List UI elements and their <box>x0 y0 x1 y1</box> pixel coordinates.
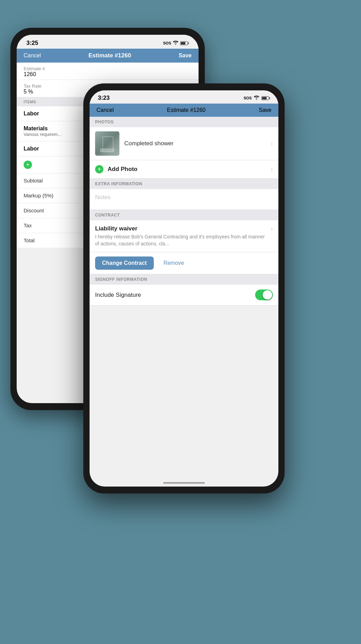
back-cancel-button[interactable]: Cancel <box>24 52 41 59</box>
back-nav-bar: Cancel Estimate #1260 Save <box>17 49 199 63</box>
front-wifi-icon <box>254 96 259 101</box>
back-tax-label: Tax <box>24 222 32 228</box>
include-signature-label: Include Signature <box>95 292 141 299</box>
front-nav-title: Estimate #1260 <box>167 107 205 113</box>
home-indicator <box>163 482 205 484</box>
contract-title: Liability waiver <box>95 225 268 232</box>
contract-buttons: Change Contract Remove <box>90 252 278 274</box>
front-status-bar: 3:23 SOS <box>90 90 278 104</box>
contract-section-header: CONTRACT <box>90 210 278 220</box>
back-markup-label: Markup (5%) <box>24 193 53 198</box>
back-sos: SOS <box>163 41 171 45</box>
contract-chevron-icon: › <box>271 225 273 233</box>
back-save-button[interactable]: Save <box>179 52 192 59</box>
back-wifi-icon <box>173 41 178 46</box>
shower-photo <box>95 131 119 156</box>
include-signature-toggle[interactable] <box>255 290 273 300</box>
add-photo-row[interactable]: + Add Photo › <box>90 160 278 179</box>
photo-item-row[interactable]: Completed shower › <box>90 127 278 160</box>
photo-chevron-icon: › <box>271 140 273 147</box>
front-nav-bar: Cancel Estimate #1260 Save <box>90 104 278 117</box>
back-subtotal-label: Subtotal <box>24 178 43 184</box>
front-status-icons: SOS <box>244 96 270 101</box>
photos-section-header: PHOTOS <box>90 117 278 127</box>
back-status-icons: SOS <box>163 41 189 46</box>
add-photo-label: Add Photo <box>108 166 267 173</box>
add-photo-plus-icon: + <box>95 165 103 173</box>
front-time: 3:23 <box>98 95 110 101</box>
photo-label: Completed shower <box>124 140 266 147</box>
photo-thumbnail <box>95 131 119 156</box>
contract-row[interactable]: Liability waiver I hereby release Bob's … <box>90 220 278 252</box>
back-estimate-label: Estimate # <box>24 66 192 71</box>
signoff-section-header: SIGNOFF INFORMATION <box>90 274 278 285</box>
back-estimate-field: Estimate # 1260 <box>17 63 199 80</box>
front-cancel-button[interactable]: Cancel <box>96 107 114 113</box>
remove-contract-button[interactable]: Remove <box>158 256 190 270</box>
back-nav-title: Estimate #1260 <box>89 52 131 59</box>
contract-content: Liability waiver I hereby release Bob's … <box>95 225 271 247</box>
notes-placeholder: Notes <box>95 194 110 201</box>
front-phone-screen: 3:23 SOS Cancel Estimate #1260 Save PHOT… <box>90 90 278 487</box>
contract-inner: Liability waiver I hereby release Bob's … <box>95 225 273 247</box>
add-photo-chevron-icon: › <box>271 166 273 173</box>
back-estimate-value: 1260 <box>24 71 192 78</box>
front-battery-icon <box>261 96 270 100</box>
change-contract-button[interactable]: Change Contract <box>95 256 154 270</box>
include-signature-row[interactable]: Include Signature <box>90 285 278 305</box>
front-sos: SOS <box>244 96 252 100</box>
toggle-knob <box>263 290 272 300</box>
front-save-button[interactable]: Save <box>259 107 271 113</box>
contract-text: I hereby release Bob's General Contracti… <box>95 234 268 247</box>
notes-row[interactable]: Notes <box>90 189 278 210</box>
back-total-label: Total <box>24 237 35 243</box>
phone-front: 3:23 SOS Cancel Estimate #1260 Save PHOT… <box>83 83 285 494</box>
back-battery-icon <box>180 41 189 45</box>
back-add-icon: + <box>24 161 32 169</box>
extra-info-section-header: EXTRA INFORMATION <box>90 179 278 189</box>
back-time: 3:25 <box>26 40 38 47</box>
back-status-bar: 3:25 SOS <box>17 35 199 49</box>
back-discount-label: Discount <box>24 207 44 213</box>
